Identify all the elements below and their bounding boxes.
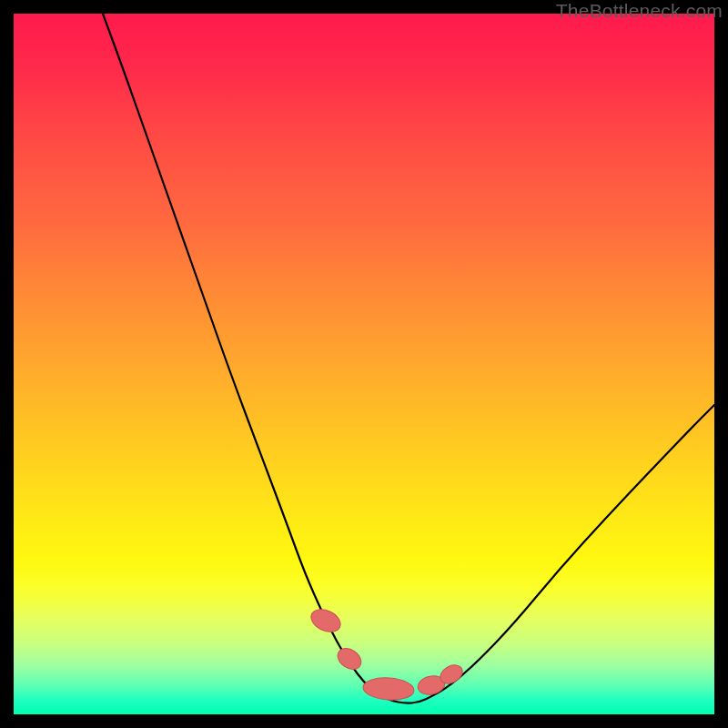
bottleneck-curve	[103, 14, 714, 703]
curve-marker	[308, 605, 344, 636]
curve-marker	[334, 644, 365, 673]
chart-svg	[14, 14, 714, 714]
chart-frame: TheBottleneck.com	[0, 0, 728, 728]
plot-area	[14, 14, 714, 714]
curve-marker	[362, 676, 415, 702]
curve-markers	[308, 605, 466, 702]
watermark-text: TheBottleneck.com	[556, 0, 723, 22]
